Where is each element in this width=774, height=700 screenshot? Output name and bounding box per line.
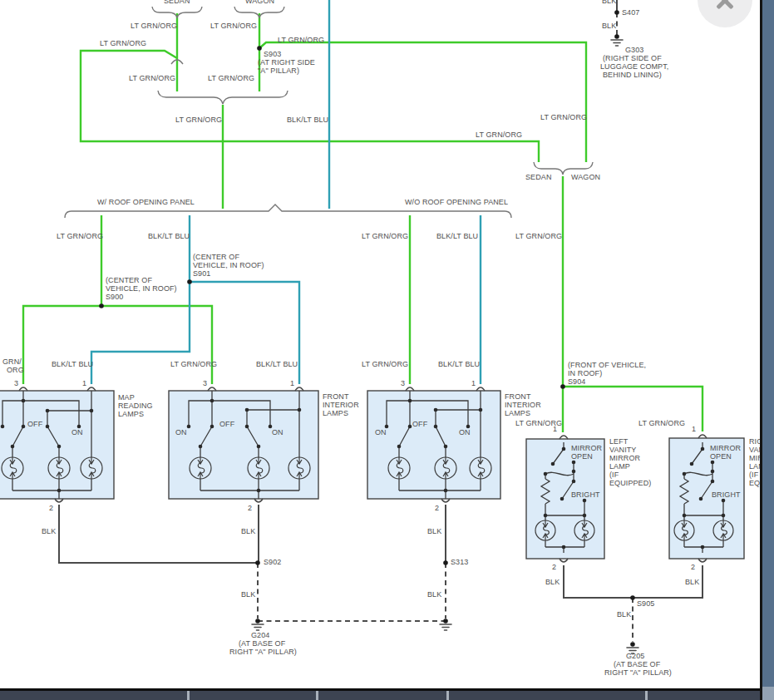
wire-color-label: LT GRN/ORG <box>208 74 254 82</box>
ground-label: G205 <box>626 652 644 660</box>
component-label: ON <box>375 428 387 436</box>
bottom-panel-divider <box>446 691 449 700</box>
component-label: (IF <box>609 471 619 479</box>
splice-label: "A" PILLAR) <box>258 67 299 75</box>
splice-label: S905 <box>637 599 654 608</box>
wire-color-label: LT GRN/ORG <box>210 22 257 30</box>
pin-number-label: 1 <box>82 379 86 387</box>
component-label: INTERIOR <box>505 401 541 409</box>
wire-color-label: LT GRN/ORG <box>515 232 562 240</box>
ground-label: (AT BASE OF <box>239 639 285 648</box>
splice-label: S313 <box>451 558 468 566</box>
option-label: WAGON <box>245 0 274 5</box>
ground-label: (AT BASE OF <box>614 660 660 668</box>
pin-number-label: 3 <box>203 379 207 387</box>
ground-label: RIGHT "A" PILLAR) <box>604 668 672 677</box>
scrollbar-thumb[interactable] <box>762 0 774 687</box>
splice-label: S902 <box>264 558 281 566</box>
component-label: LAMP <box>609 462 630 471</box>
splice-label: VEHICLE, IN ROOF) <box>106 284 177 293</box>
component-label: LAMPS <box>323 409 348 417</box>
wire-color-label: GRN/ <box>2 357 22 366</box>
pin-number-label: 3 <box>401 379 405 387</box>
wire-color-label: LT GRN/ORG <box>175 116 222 124</box>
component-blocks <box>0 391 744 559</box>
splice-label: (CENTER OF <box>193 253 239 261</box>
component-label: MAP <box>118 393 135 402</box>
pin-number-label: 2 <box>552 563 556 571</box>
component-label: OPEN <box>571 452 593 461</box>
component-label: INTERIOR <box>323 401 359 409</box>
pin-number-label: 1 <box>290 379 294 387</box>
option-label: SEDAN <box>525 173 552 181</box>
pin-number-label: 1 <box>553 425 557 433</box>
splice-label: S904 <box>568 377 585 386</box>
splice-label: S903 <box>264 50 281 58</box>
splice-label: S901 <box>193 269 210 278</box>
component-label: OPEN <box>710 452 732 461</box>
pin-number-label: 3 <box>14 379 18 387</box>
option-label: W/O ROOF OPENING PANEL <box>405 198 508 206</box>
wire-color-label: LT GRN/ORG <box>100 39 146 47</box>
ground-label: G204 <box>251 631 269 639</box>
component-label: LAMPS <box>505 409 530 417</box>
wire-color-label: LT GRN/ORG <box>362 360 408 368</box>
wire-color-label: BLK <box>602 0 616 5</box>
wire-color-label: BLK <box>617 610 631 619</box>
component-label: MIRROR <box>749 454 760 462</box>
option-label: SEDAN <box>164 0 190 5</box>
wire-color-label: BLK <box>427 590 441 599</box>
component-label: BRIGHT <box>571 490 600 499</box>
component-label: EQUIPPED) <box>749 479 760 487</box>
component-label: READING <box>118 402 153 410</box>
component-label: OFF <box>27 420 42 428</box>
component-label: MIRROR <box>609 454 640 462</box>
wire-color-label: BLK <box>241 527 255 535</box>
map-reading-lamps-block <box>0 391 114 499</box>
wire-color-label: BLK <box>42 527 56 535</box>
splice-label: (FRONT OF VEHICLE, <box>568 361 646 369</box>
ground-label: BEHIND LINING) <box>603 71 662 79</box>
pin-number-label: 2 <box>49 504 53 512</box>
ground-label: RIGHT "A" PILLAR) <box>229 648 297 656</box>
wire-color-label: LT GRN/ORG <box>131 22 177 30</box>
splice-label: (CENTER OF <box>106 276 152 284</box>
component-label: (IF <box>749 471 758 479</box>
wire-color-label: LT GRN/ORG <box>129 74 175 82</box>
wire-color-label: BLK <box>602 22 616 30</box>
component-label: VANITY <box>749 446 760 454</box>
component-label: FRONT <box>505 392 531 401</box>
component-label: VANITY <box>609 446 636 454</box>
option-label: WAGON <box>571 173 600 181</box>
component-label: ON <box>459 428 471 436</box>
component-label: FRONT <box>323 392 349 401</box>
wire-color-label: BLK/LT BLU <box>436 232 478 240</box>
component-label: OFF <box>219 420 234 428</box>
wire-color-label: BLK/LT BLU <box>256 360 298 368</box>
front-interior-lamps-block-1 <box>169 391 318 499</box>
splice-label: S407 <box>622 8 639 17</box>
diagram-viewer-window: LT GRN/ORGLT GRN/ORGLT GRN/ORGLT GRN/ORG… <box>0 0 774 700</box>
component-label: ON <box>71 428 83 436</box>
pin-number-label: 1 <box>692 425 696 433</box>
pin-number-label: 2 <box>691 563 695 571</box>
ground-label: (RIGHT SIDE OF <box>603 54 662 62</box>
splice-label: (AT RIGHT SIDE <box>258 58 315 67</box>
vertical-scrollbar[interactable] <box>762 0 774 700</box>
splice-label: S900 <box>106 293 123 301</box>
pin-number-label: 2 <box>435 504 439 512</box>
wire-color-label: LT GRN/ORG <box>638 419 685 427</box>
pin-number-label: 1 <box>471 379 476 387</box>
wire-color-label: BLK <box>685 578 699 586</box>
wire-color-label: LT GRN/ORG <box>476 131 522 139</box>
wire-color-label: LT GRN/ORG <box>362 232 408 240</box>
ground-label: LUGGAGE COMPT, <box>600 62 668 71</box>
component-label: RIGHT <box>749 437 760 446</box>
wire-color-label: BLK/LT BLU <box>438 360 480 368</box>
wiring-diagram-page: LT GRN/ORGLT GRN/ORGLT GRN/ORGLT GRN/ORG… <box>0 0 760 700</box>
wire-color-label: BLK <box>241 590 255 599</box>
component-label: MIRROR <box>571 444 602 452</box>
wire-color-label: BLK <box>545 578 560 586</box>
option-label: W/ ROOF OPENING PANEL <box>97 198 195 206</box>
component-label: OFF <box>412 420 427 428</box>
